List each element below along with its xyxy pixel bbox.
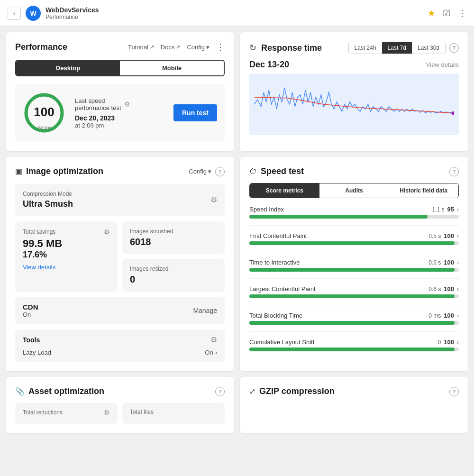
response-time-card: ↻ Response time Last 24h Last 7d Last 30…	[240, 32, 468, 151]
score-number: 100	[34, 105, 54, 119]
metric-score-lcp: 100	[444, 285, 454, 293]
filter-24h[interactable]: Last 24h	[349, 42, 382, 54]
resized-value: 0	[130, 274, 217, 285]
metric-fcp: First Contentful Paint 0.5 s 100 ›	[249, 232, 459, 245]
gzip-card: ⤢ GZIP compression ?	[240, 377, 468, 433]
speed-help-icon[interactable]: ?	[449, 167, 459, 176]
avatar: W	[26, 6, 41, 21]
topbar-site: WebDevServices Performance	[46, 6, 99, 20]
lazy-load-row: Lazy Load On ›	[23, 349, 217, 356]
lazy-load-status[interactable]: On ›	[205, 349, 217, 356]
star-icon[interactable]: ★	[428, 8, 435, 18]
tab-audits[interactable]: Audits	[319, 183, 389, 198]
settings-icon[interactable]: ⚙	[124, 101, 130, 108]
compression-settings-icon[interactable]: ⚙	[210, 195, 217, 204]
metric-time-tbt: 0 ms	[428, 312, 441, 319]
metric-arrow-cls[interactable]: ›	[457, 339, 459, 346]
metric-cls: Cumulative Layout Shift 0 100 ›	[249, 339, 459, 351]
metric-arrow-tti[interactable]: ›	[457, 259, 459, 266]
image-opt-title: Image optimization	[26, 166, 103, 176]
compression-value: Ultra Smush	[23, 199, 73, 209]
asset-title: Asset optimization	[28, 386, 104, 396]
metric-time-tti: 0.6 s	[428, 259, 441, 266]
metric-time-fcp: 0.5 s	[428, 233, 441, 239]
images-resized-box: Images resized 0	[122, 259, 225, 292]
help-icon[interactable]: ?	[449, 43, 459, 53]
test-date: Dec 20, 2023	[75, 114, 164, 122]
tab-historic[interactable]: Historic field data	[389, 183, 458, 198]
tools-title: Tools	[23, 336, 40, 344]
metric-arrow-speed-index[interactable]: ›	[457, 206, 459, 213]
time-filters: Last 24h Last 7d Last 30d	[348, 42, 446, 54]
more-menu-icon[interactable]: ⋮	[458, 8, 466, 18]
config-dropdown[interactable]: Config ▾	[187, 44, 210, 51]
metric-name-tbt: Total Blocking Time	[249, 312, 302, 319]
docs-link[interactable]: Docs ↗	[161, 44, 181, 51]
lazy-load-label: Lazy Load	[23, 349, 51, 356]
tutorial-link[interactable]: Tutorial ↗	[128, 44, 154, 51]
images-smushed-box: Images smushed 6018	[122, 221, 225, 254]
asset-body: Total reductions ⚙ Total files	[15, 403, 225, 424]
filter-30d[interactable]: Last 30d	[412, 42, 445, 54]
cdn-manage-link[interactable]: Manage	[193, 307, 217, 314]
chevron-icon: ▾	[208, 168, 211, 175]
metric-arrow-lcp[interactable]: ›	[457, 286, 459, 293]
score-circle: 100 Score	[23, 92, 65, 134]
savings-view-details[interactable]: View details	[23, 264, 110, 271]
gzip-help-icon[interactable]: ?	[449, 387, 459, 396]
gzip-header: ⤢ GZIP compression ?	[249, 386, 459, 396]
cdn-status: On	[23, 311, 38, 318]
metric-arrow-fcp[interactable]: ›	[457, 233, 459, 239]
metrics-list: Speed Index 1.1 s 95 › First Contentful …	[249, 206, 459, 351]
smushed-value: 6018	[130, 237, 217, 247]
total-savings-box: Total savings ⚙ 99.5 MB 17.6% View detai…	[15, 221, 118, 292]
asset-icon: 📎	[15, 387, 25, 396]
reductions-settings-icon[interactable]: ⚙	[104, 409, 110, 416]
metric-name-fcp: First Contentful Paint	[249, 232, 307, 239]
filter-7d[interactable]: Last 7d	[382, 42, 412, 54]
response-header: ↻ Response time Last 24h Last 7d Last 30…	[249, 42, 459, 54]
topbar-left: ‹ W WebDevServices Performance	[8, 6, 99, 21]
metric-arrow-tbt[interactable]: ›	[457, 312, 459, 319]
metric-bar-tbt	[249, 321, 455, 325]
metric-name-tti: Time to Interactive	[249, 259, 300, 266]
run-test-button[interactable]: Run test	[173, 104, 217, 121]
external-icon-2: ↗	[176, 44, 180, 50]
cdn-box: CDN On Manage	[15, 297, 225, 324]
performance-header: Performance Tutorial ↗ Docs ↗ Config ▾ ⋮	[15, 42, 225, 52]
image-help-icon[interactable]: ?	[215, 167, 225, 176]
metric-tbt: Total Blocking Time 0 ms 100 ›	[249, 312, 459, 325]
image-opt-header: ▣ Image optimization Config ▾ ?	[15, 166, 225, 176]
tools-settings-icon[interactable]: ⚙	[210, 335, 217, 344]
view-details-link[interactable]: View details	[426, 61, 459, 68]
metric-name-lcp: Largest Contentful Paint	[249, 285, 315, 293]
savings-settings-icon[interactable]: ⚙	[104, 228, 110, 236]
desktop-toggle[interactable]: Desktop	[16, 61, 120, 75]
resized-label: Images resized	[130, 265, 217, 272]
asset-help-icon[interactable]: ?	[215, 387, 225, 396]
metric-score-tbt: 100	[444, 312, 454, 319]
metric-time-lcp: 0.6 s	[428, 286, 441, 293]
mobile-toggle[interactable]: Mobile	[120, 61, 224, 75]
metric-tti: Time to Interactive 0.6 s 100 ›	[249, 259, 459, 272]
tab-score-metrics[interactable]: Score metrics	[250, 183, 319, 198]
metric-bar-speed-index	[249, 215, 428, 219]
more-icon[interactable]: ⋮	[216, 42, 225, 52]
response-icon: ↻	[249, 43, 256, 53]
metric-bar-cls	[249, 348, 455, 351]
compression-box: Compression Mode Ultra Smush ⚙	[15, 184, 225, 216]
svg-point-2	[451, 111, 454, 115]
site-subtitle: Performance	[46, 14, 99, 20]
image-config-btn[interactable]: Config ▾	[189, 168, 211, 175]
metric-bar-lcp	[249, 294, 455, 298]
wordpress-icon[interactable]: ☑	[443, 8, 450, 18]
chevron-down-icon: ▾	[206, 44, 210, 51]
metric-score-cls: 100	[444, 339, 454, 346]
total-reductions-label: Total reductions	[23, 409, 63, 416]
speed-test-card: ⏱ Speed test ? Score metrics Audits Hist…	[240, 157, 468, 371]
back-button[interactable]: ‹	[8, 7, 21, 20]
gzip-title: GZIP compression	[259, 386, 335, 396]
bottom-grid: 📎 Asset optimization ? Total reductions …	[0, 377, 474, 439]
main-grid: Performance Tutorial ↗ Docs ↗ Config ▾ ⋮…	[0, 27, 474, 377]
test-time: at 2:09 pm	[75, 122, 164, 129]
